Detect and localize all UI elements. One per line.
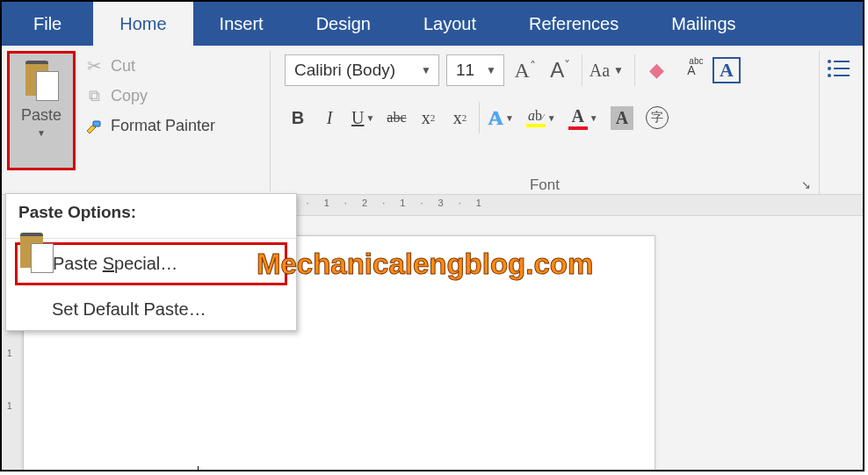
strikethrough-button[interactable]: abc <box>383 103 409 133</box>
format-painter-button[interactable]: Format Painter <box>84 116 215 135</box>
bold-button[interactable]: B <box>285 103 311 133</box>
highlight-button[interactable]: aabb⁄▼ <box>523 103 560 133</box>
group-font: Calibri (Body) ▼ 11 ▼ A˄ A˅ Aa ▼ <box>271 51 819 194</box>
font-color-button[interactable]: A▼ <box>565 103 602 133</box>
shrink-font-button[interactable]: A˅ <box>546 54 575 86</box>
chevron-down-icon: ▼ <box>37 128 46 138</box>
italic-button[interactable]: I <box>316 103 343 133</box>
chevron-down-icon: ▼ <box>610 64 627 76</box>
superscript-button[interactable]: x2 <box>447 103 474 133</box>
font-name-value: Calibri (Body) <box>294 61 417 80</box>
grow-font-button[interactable]: A˄ <box>511 54 539 86</box>
group-clipboard: Paste ▼ ✂ Cut ⧉ Copy Format Painter <box>7 51 271 191</box>
chevron-down-icon: ▼ <box>482 64 500 76</box>
copy-button[interactable]: ⧉ Copy <box>84 86 215 105</box>
text-cursor <box>198 466 199 471</box>
text-effects-button[interactable]: A▼ <box>485 103 517 133</box>
clipboard-icon <box>24 59 59 103</box>
tab-home[interactable]: Home <box>93 2 192 46</box>
tab-layout[interactable]: Layout <box>397 2 503 46</box>
paintbrush-icon <box>84 116 104 135</box>
paste-dropdown-menu: Paste Options: Paste Special… Set Defaul… <box>5 193 297 331</box>
font-size-combo[interactable]: 11 ▼ <box>446 54 504 86</box>
separator <box>634 54 635 86</box>
cut-label: Cut <box>111 57 135 76</box>
tab-insert[interactable]: Insert <box>193 2 290 46</box>
change-case-button[interactable]: Aa ▼ <box>590 54 627 86</box>
chevron-down-icon: ▼ <box>417 64 435 76</box>
copy-label: Copy <box>111 87 148 105</box>
enclose-characters-button[interactable]: 字 <box>642 103 672 133</box>
scissors-icon: ✂ <box>84 56 104 76</box>
separator <box>582 54 582 86</box>
character-shading-button[interactable]: A <box>607 103 637 133</box>
character-border-button[interactable]: A <box>712 54 741 86</box>
format-painter-label: Format Painter <box>111 117 215 135</box>
tab-file[interactable]: File <box>2 2 93 46</box>
font-group-label: Font <box>530 176 560 194</box>
separator <box>479 102 480 133</box>
phonetic-guide-button[interactable]: abcA <box>677 54 705 86</box>
border-a-icon: A <box>712 57 741 83</box>
underline-button[interactable]: U▼ <box>348 103 378 133</box>
paste-special-menu-item[interactable]: Paste Special… <box>15 242 287 285</box>
tab-design[interactable]: Design <box>290 2 397 46</box>
font-size-value: 11 <box>456 61 482 80</box>
paste-label: Paste <box>21 106 61 125</box>
bullets-icon[interactable] <box>828 60 850 77</box>
clear-formatting-button[interactable]: ◆ <box>642 54 670 86</box>
tab-references[interactable]: References <box>503 2 645 46</box>
paste-options-row <box>6 227 296 238</box>
tab-mailings[interactable]: Mailings <box>645 2 762 46</box>
subscript-button[interactable]: x2 <box>416 103 442 133</box>
svg-rect-0 <box>93 121 100 126</box>
eraser-icon: ◆ <box>649 59 664 82</box>
paragraph-group-edge <box>819 51 857 194</box>
ribbon-content: Paste ▼ ✂ Cut ⧉ Copy Format Painter <box>2 46 863 195</box>
paste-options-header: Paste Options: <box>6 194 296 227</box>
ribbon-tab-bar: File Home Insert Design Layout Reference… <box>2 2 863 46</box>
copy-icon: ⧉ <box>84 86 104 105</box>
set-default-paste-menu-item[interactable]: Set Default Paste… <box>6 289 296 330</box>
font-dialog-launcher[interactable]: ↘ <box>801 178 815 192</box>
paste-split-button[interactable]: Paste ▼ <box>7 51 76 170</box>
font-name-combo[interactable]: Calibri (Body) ▼ <box>285 54 439 86</box>
cut-button[interactable]: ✂ Cut <box>84 56 215 76</box>
